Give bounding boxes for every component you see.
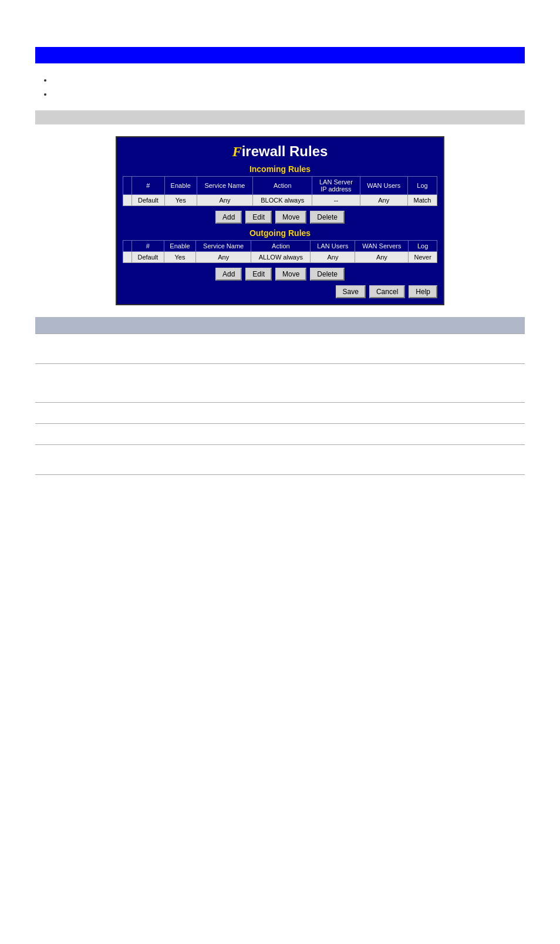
bottom-table-value-5: [135, 444, 525, 474]
cancel-button[interactable]: Cancel: [369, 285, 405, 298]
outgoing-col-action: Action: [251, 241, 311, 252]
firewall-title-f: F: [232, 144, 242, 159]
incoming-row-enable: Yes: [164, 195, 197, 206]
incoming-row-lan: --: [312, 195, 360, 206]
incoming-rules-table: # Enable Service Name Action LAN ServerI…: [123, 176, 437, 206]
outgoing-col-wan: WAN Servers: [355, 241, 409, 252]
bottom-table-header: [35, 317, 525, 333]
outgoing-col-num: #: [131, 241, 164, 252]
firewall-diagram: Firewall Rules Incoming Rules # Enable S…: [116, 136, 444, 305]
incoming-row-log: Match: [407, 195, 437, 206]
incoming-add-button[interactable]: Add: [215, 211, 242, 224]
bottom-table-value-4: [135, 423, 525, 444]
incoming-row-num: Default: [132, 195, 165, 206]
incoming-delete-button[interactable]: Delete: [310, 211, 345, 224]
bottom-table-label-2: [35, 363, 135, 402]
bottom-table-label-1: [35, 333, 135, 363]
bullet-item-2: [53, 89, 525, 99]
bottom-table-value-2: [135, 363, 525, 402]
incoming-col-num: #: [132, 177, 165, 195]
incoming-col-wan: WAN Users: [360, 177, 407, 195]
outgoing-row-wan: Any: [355, 252, 409, 263]
incoming-move-button[interactable]: Move: [275, 211, 306, 224]
save-button[interactable]: Save: [336, 285, 366, 298]
outgoing-move-button[interactable]: Move: [275, 268, 306, 281]
outgoing-row-log: Never: [409, 252, 437, 263]
bottom-table-row-2: [35, 363, 525, 402]
incoming-row-action: BLOCK always: [253, 195, 312, 206]
outgoing-row-num: Default: [131, 252, 164, 263]
outgoing-row-service: Any: [196, 252, 251, 263]
bottom-info-table: [35, 317, 525, 475]
bottom-table-section: [35, 317, 525, 475]
bottom-table-label-5: [35, 444, 135, 474]
outgoing-col-enable: Enable: [164, 241, 195, 252]
firewall-title-rest: irewall Rules: [242, 143, 328, 159]
bottom-table-row-5: [35, 444, 525, 474]
bottom-table-value-1: [135, 333, 525, 363]
outgoing-rules-title: Outgoing Rules: [123, 228, 437, 238]
outgoing-col-service: Service Name: [196, 241, 251, 252]
bottom-table-label-3: [35, 402, 135, 423]
incoming-col-enable: Enable: [164, 177, 197, 195]
incoming-row-wan: Any: [360, 195, 407, 206]
header-bar: [35, 47, 525, 63]
content-area: [35, 75, 525, 99]
incoming-row-service: Any: [197, 195, 252, 206]
bottom-table-value-3: [135, 402, 525, 423]
outgoing-add-button[interactable]: Add: [215, 268, 242, 281]
outgoing-buttons: Add Edit Move Delete: [123, 268, 437, 281]
incoming-col-lan: LAN ServerIP address: [312, 177, 360, 195]
outgoing-col-log: Log: [409, 241, 437, 252]
bottom-table-row-4: [35, 423, 525, 444]
outgoing-row-enable: Yes: [164, 252, 195, 263]
incoming-col-service: Service Name: [197, 177, 252, 195]
outgoing-delete-button[interactable]: Delete: [310, 268, 345, 281]
action-buttons-row: Save Cancel Help: [123, 285, 437, 298]
bottom-table-label-4: [35, 423, 135, 444]
bullet-list: [53, 75, 525, 99]
gray-section-bar: [35, 110, 525, 124]
help-button[interactable]: Help: [409, 285, 437, 298]
bottom-table-row-1: [35, 333, 525, 363]
outgoing-rules-table: # Enable Service Name Action LAN Users W…: [123, 240, 437, 263]
outgoing-col-check: [123, 241, 132, 252]
incoming-rules-title: Incoming Rules: [123, 164, 437, 174]
incoming-row-checkbox: [123, 195, 132, 206]
outgoing-row-checkbox: [123, 252, 132, 263]
incoming-row-default: Default Yes Any BLOCK always -- Any Matc…: [123, 195, 437, 206]
firewall-diagram-container: Firewall Rules Incoming Rules # Enable S…: [0, 136, 560, 305]
firewall-title: Firewall Rules: [123, 143, 437, 160]
incoming-buttons: Add Edit Move Delete: [123, 211, 437, 224]
bottom-table-row-3: [35, 402, 525, 423]
incoming-edit-button[interactable]: Edit: [245, 211, 272, 224]
bullet-item-1: [53, 75, 525, 85]
outgoing-row-lan: Any: [311, 252, 355, 263]
outgoing-edit-button[interactable]: Edit: [245, 268, 272, 281]
outgoing-row-action: ALLOW always: [251, 252, 311, 263]
outgoing-row-default: Default Yes Any ALLOW always Any Any Nev…: [123, 252, 437, 263]
incoming-col-log: Log: [407, 177, 437, 195]
incoming-col-action: Action: [253, 177, 312, 195]
incoming-col-check: [123, 177, 132, 195]
outgoing-col-lan: LAN Users: [311, 241, 355, 252]
